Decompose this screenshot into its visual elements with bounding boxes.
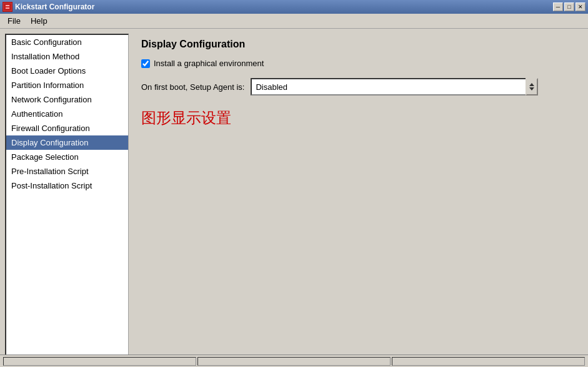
sidebar-item-network-configuration[interactable]: Network Configuration bbox=[6, 92, 128, 107]
minimize-button[interactable]: ─ bbox=[553, 2, 563, 11]
sidebar-item-firewall-configuration[interactable]: Firewall Configuration bbox=[6, 121, 128, 135]
window-title: Kickstart Configurator bbox=[15, 2, 94, 11]
content-panel: Display Configuration Install a graphica… bbox=[129, 29, 588, 367]
sidebar-item-boot-loader-options[interactable]: Boot Loader Options bbox=[6, 64, 128, 78]
main-container: Basic Configuration Installation Method … bbox=[0, 29, 588, 367]
sidebar-item-authentication[interactable]: Authentication bbox=[6, 107, 128, 121]
sidebar-item-pre-installation-script[interactable]: Pre-Installation Script bbox=[6, 164, 128, 179]
graphical-env-label: Install a graphical environment bbox=[154, 59, 264, 68]
sidebar: Basic Configuration Installation Method … bbox=[5, 34, 129, 362]
sidebar-item-display-configuration[interactable]: Display Configuration bbox=[6, 135, 128, 150]
status-segment-3 bbox=[392, 357, 585, 366]
close-button[interactable]: ✕ bbox=[576, 2, 586, 11]
sidebar-item-installation-method[interactable]: Installation Method bbox=[6, 49, 128, 64]
setup-agent-label: On first boot, Setup Agent is: bbox=[141, 82, 244, 92]
status-segment-2 bbox=[197, 357, 391, 366]
svg-rect-2 bbox=[6, 7, 9, 9]
sidebar-item-package-selection[interactable]: Package Selection bbox=[6, 150, 128, 164]
graphical-env-checkbox[interactable] bbox=[141, 59, 150, 68]
menu-bar: File Help bbox=[0, 14, 588, 29]
status-segment-1 bbox=[3, 357, 196, 366]
svg-rect-0 bbox=[4, 4, 11, 10]
setup-agent-select[interactable]: Disabled Enabled Enabled, but not recurr… bbox=[251, 78, 538, 95]
app-icon bbox=[2, 2, 12, 12]
graphical-env-row: Install a graphical environment bbox=[141, 59, 576, 68]
menu-file[interactable]: File bbox=[2, 15, 26, 27]
section-title: Display Configuration bbox=[141, 39, 576, 50]
setup-agent-dropdown-container: Disabled Enabled Enabled, but not recurr… bbox=[251, 78, 538, 95]
title-bar-left: Kickstart Configurator bbox=[2, 2, 94, 12]
svg-rect-1 bbox=[6, 5, 9, 6]
sidebar-item-basic-config[interactable]: Basic Configuration bbox=[6, 35, 128, 49]
setup-agent-row: On first boot, Setup Agent is: Disabled … bbox=[141, 78, 576, 95]
status-bar bbox=[0, 355, 588, 367]
window-controls: ─ □ ✕ bbox=[553, 2, 586, 11]
sidebar-item-post-installation-script[interactable]: Post-Installation Script bbox=[6, 179, 128, 193]
menu-help[interactable]: Help bbox=[26, 15, 52, 27]
preview-chinese-text: 图形显示设置 bbox=[141, 108, 576, 128]
sidebar-item-partition-information[interactable]: Partition Information bbox=[6, 78, 128, 92]
maximize-button[interactable]: □ bbox=[564, 2, 574, 11]
title-bar: Kickstart Configurator ─ □ ✕ bbox=[0, 0, 588, 14]
